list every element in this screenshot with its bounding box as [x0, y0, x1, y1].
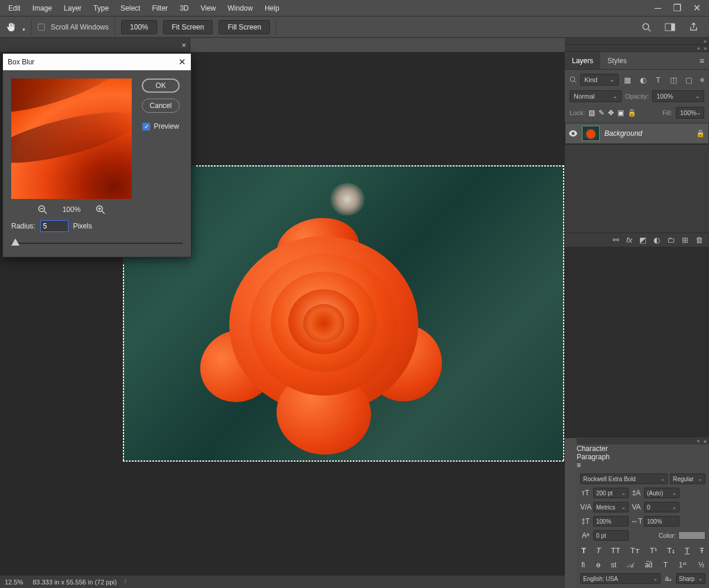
search-icon[interactable]	[640, 21, 652, 33]
menu-window[interactable]: Window	[222, 2, 259, 15]
subscript-button[interactable]: T₁	[667, 546, 675, 555]
leading-field[interactable]: (Auto)⌄	[644, 488, 679, 498]
filter-smart-icon[interactable]: ▢	[684, 76, 694, 84]
filter-toggle-icon[interactable]	[700, 78, 704, 82]
panel-menu-icon[interactable]: ≡	[577, 461, 709, 469]
filter-shape-icon[interactable]: ◫	[668, 76, 679, 84]
layer-row-background[interactable]: Background 🔒	[565, 123, 709, 144]
filter-type-icon[interactable]: T	[653, 76, 664, 84]
menu-layer[interactable]: Layer	[58, 2, 87, 15]
lock-pixels-icon[interactable]: ✎	[599, 109, 604, 117]
layer-effects-icon[interactable]: fx	[626, 236, 632, 244]
titling-button[interactable]: T	[664, 561, 668, 569]
language-select[interactable]: English: USA⌄	[580, 573, 661, 584]
strikethrough-button[interactable]: Ŧ	[700, 546, 704, 555]
ordinals-button[interactable]: 1ˢᵗ	[679, 561, 688, 569]
menu-filter[interactable]: Filter	[146, 2, 174, 15]
document-tab[interactable]: ×	[0, 38, 190, 52]
faux-bold-button[interactable]: T	[581, 546, 586, 555]
zoom-in-icon[interactable]	[96, 205, 105, 214]
lock-all-icon[interactable]: 🔒	[627, 109, 636, 117]
status-zoom[interactable]: 12.5%	[5, 579, 23, 586]
faux-italic-button[interactable]: T	[596, 546, 601, 555]
filter-adjust-icon[interactable]: ◐	[638, 76, 648, 84]
panel-collapse[interactable]: »	[577, 437, 709, 445]
filter-pixel-icon[interactable]: ▦	[622, 76, 633, 84]
antialias-select[interactable]: Sharp⌄	[676, 573, 705, 584]
lock-transparency-icon[interactable]: ▨	[588, 109, 595, 117]
window-restore-icon[interactable]: ❐	[673, 4, 681, 13]
tab-styles[interactable]: Styles	[600, 52, 634, 69]
fill-field[interactable]: 100%⌄	[676, 107, 704, 119]
lock-icon[interactable]: 🔒	[696, 129, 705, 138]
menu-select[interactable]: Select	[115, 2, 146, 15]
scroll-all-checkbox[interactable]	[38, 24, 45, 31]
tab-paragraph[interactable]: Paragraph	[577, 453, 709, 461]
layer-thumbnail[interactable]	[582, 126, 600, 141]
filter-preview[interactable]	[11, 79, 132, 199]
menu-edit[interactable]: Edit	[2, 2, 27, 15]
fractions-button[interactable]: ½	[698, 561, 704, 569]
stylistic-button[interactable]: a͠d	[645, 561, 653, 569]
contextual-button[interactable]: ɵ	[596, 561, 600, 569]
dialog-titlebar[interactable]: Box Blur ✕	[3, 54, 191, 70]
status-chevron-icon[interactable]: 〉	[124, 578, 129, 586]
discretionary-button[interactable]: st	[611, 561, 616, 569]
panel-collapse-top[interactable]: »	[565, 38, 709, 45]
radius-input[interactable]	[40, 220, 69, 232]
blend-mode-select[interactable]: Normal⌄	[570, 90, 622, 102]
layer-group-icon[interactable]: 🗀	[667, 236, 675, 244]
delete-layer-icon[interactable]: 🗑	[695, 236, 703, 244]
menu-image[interactable]: Image	[27, 2, 58, 15]
allcaps-button[interactable]: TT	[611, 546, 620, 555]
baseline-field[interactable]: 0 pt	[593, 530, 629, 541]
text-color-swatch[interactable]	[678, 531, 705, 540]
menu-3d[interactable]: 3D	[174, 2, 194, 15]
font-size-field[interactable]: 200 pt⌄	[593, 488, 629, 498]
layer-name[interactable]: Background	[604, 129, 691, 138]
window-close-icon[interactable]: ✕	[693, 4, 701, 13]
radius-slider[interactable]	[11, 238, 183, 249]
lock-artboard-icon[interactable]: ▣	[617, 109, 624, 117]
tab-character[interactable]: Character	[577, 445, 709, 453]
menu-view[interactable]: View	[194, 2, 222, 15]
menu-help[interactable]: Help	[259, 2, 285, 15]
window-minimize-icon[interactable]: ─	[655, 4, 661, 13]
adjustment-layer-icon[interactable]: ◐	[653, 236, 660, 244]
new-layer-icon[interactable]: ⊞	[682, 236, 688, 244]
opacity-field[interactable]: 100%⌄	[652, 90, 704, 102]
hscale-field[interactable]: 100%	[644, 516, 679, 527]
menu-type[interactable]: Type	[87, 2, 115, 15]
tab-layers[interactable]: Layers	[565, 52, 600, 69]
underline-button[interactable]: T	[685, 546, 690, 555]
layer-mask-icon[interactable]: ◩	[639, 236, 646, 244]
panel-menu-icon[interactable]: ≡	[695, 56, 709, 66]
share-icon[interactable]	[688, 21, 700, 33]
ok-button[interactable]: OK	[142, 79, 180, 93]
workspace-icon[interactable]	[664, 21, 676, 33]
fill-screen-button[interactable]: Fill Screen	[219, 20, 270, 34]
vscale-field[interactable]: 100%	[593, 516, 629, 527]
tool-chevron-icon[interactable]: ▾	[22, 27, 25, 32]
font-style-select[interactable]: Regular⌄	[670, 473, 705, 484]
zoom-100-button[interactable]: 100%	[121, 20, 157, 34]
font-family-select[interactable]: Rockwell Extra Bold⌄	[580, 473, 668, 484]
lock-position-icon[interactable]: ✥	[608, 109, 614, 117]
fit-screen-button[interactable]: Fit Screen	[163, 20, 213, 34]
status-dimensions[interactable]: 83.333 in x 55.556 in (72 ppi)	[32, 579, 117, 586]
cancel-button[interactable]: Cancel	[142, 99, 180, 113]
preview-checkbox[interactable]: ✓	[142, 123, 150, 130]
zoom-out-icon[interactable]	[38, 205, 47, 214]
superscript-button[interactable]: T¹	[650, 546, 657, 555]
tracking-field[interactable]: 0⌄	[644, 502, 679, 512]
kerning-field[interactable]: Metrics⌄	[593, 502, 629, 512]
dialog-close-icon[interactable]: ✕	[178, 57, 186, 67]
smallcaps-button[interactable]: Tᴛ	[630, 546, 640, 555]
hand-tool-icon[interactable]	[4, 19, 19, 35]
ligatures-button[interactable]: fi	[581, 561, 585, 569]
panel-collapse[interactable]: »	[565, 45, 709, 52]
layer-kind-filter[interactable]: Kind⌄	[580, 74, 619, 86]
visibility-icon[interactable]	[569, 130, 577, 137]
tab-close-icon[interactable]: ×	[181, 41, 186, 50]
swash-button[interactable]: 𝒜	[627, 561, 633, 569]
